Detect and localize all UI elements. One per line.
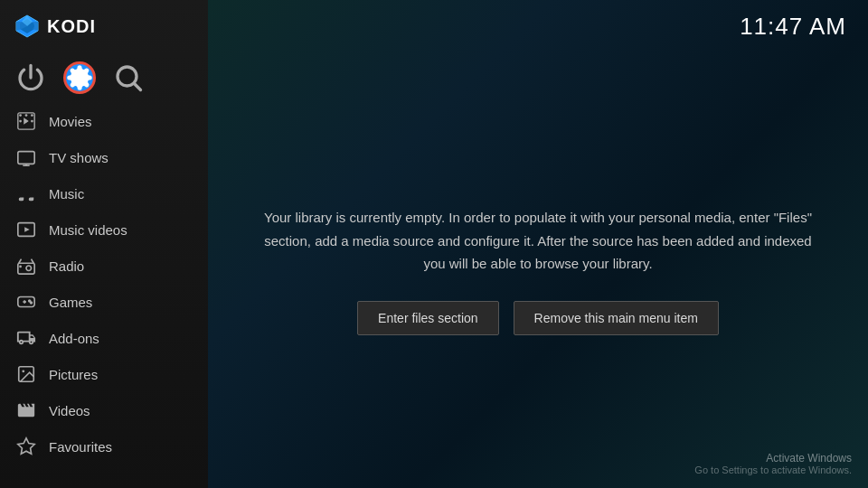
- kodi-logo-icon: [14, 14, 40, 39]
- nav-label-pictures: Pictures: [49, 367, 98, 382]
- nav-label-radio: Radio: [49, 258, 84, 274]
- nav-label-tv-shows: TV shows: [49, 150, 108, 165]
- content-area: Your library is currently empty. In orde…: [208, 53, 868, 488]
- sidebar: KODI: [0, 0, 208, 488]
- nav-label-games: Games: [49, 295, 92, 310]
- radio-icon: [16, 256, 36, 276]
- music-icon: [16, 183, 36, 203]
- music-videos-icon: [16, 220, 36, 239]
- nav-item-pictures[interactable]: Pictures: [0, 356, 208, 392]
- nav-item-movies[interactable]: Movies: [0, 103, 208, 139]
- activate-windows-title: Activate Windows: [694, 452, 852, 465]
- svg-line-6: [135, 84, 141, 90]
- library-message: Your library is currently empty. In orde…: [262, 206, 814, 276]
- nav-item-videos[interactable]: Videos: [0, 392, 208, 428]
- nav-item-favourites[interactable]: Favourites: [0, 428, 208, 465]
- svg-point-9: [31, 114, 33, 117]
- activate-windows-notice: Activate Windows Go to Settings to activ…: [694, 452, 852, 475]
- svg-marker-29: [18, 438, 34, 454]
- favourites-icon: [16, 436, 36, 456]
- tv-icon: [16, 147, 36, 167]
- main-content: 11:47 AM Your library is currently empty…: [208, 0, 868, 488]
- kodi-logo: KODI: [14, 14, 96, 39]
- nav-label-music: Music: [49, 186, 84, 202]
- search-button[interactable]: [112, 61, 145, 94]
- sidebar-header: KODI: [0, 0, 208, 52]
- svg-point-26: [31, 302, 33, 304]
- svg-marker-18: [24, 227, 30, 232]
- nav-item-radio[interactable]: Radio: [0, 248, 208, 284]
- nav-menu: Movies TV shows Music: [0, 103, 208, 488]
- nav-item-games[interactable]: Games: [0, 284, 208, 320]
- nav-item-tv-shows[interactable]: TV shows: [0, 139, 208, 175]
- enter-files-button[interactable]: Enter files section: [357, 301, 499, 335]
- svg-point-20: [26, 266, 32, 271]
- nav-item-music-videos[interactable]: Music videos: [0, 211, 208, 248]
- nav-item-music[interactable]: Music: [0, 175, 208, 211]
- svg-point-12: [31, 120, 33, 123]
- nav-item-add-ons[interactable]: Add-ons: [0, 320, 208, 356]
- svg-point-8: [25, 114, 28, 117]
- nav-label-music-videos: Music videos: [49, 222, 127, 238]
- top-bar: 11:47 AM: [208, 0, 868, 53]
- svg-point-28: [22, 370, 24, 372]
- settings-button[interactable]: [63, 61, 96, 94]
- addons-icon: [16, 328, 36, 348]
- svg-rect-14: [18, 152, 34, 164]
- pictures-icon: [16, 364, 36, 384]
- sidebar-icon-row: [0, 52, 208, 103]
- games-icon: [16, 292, 36, 312]
- action-buttons: Enter files section Remove this main men…: [357, 301, 719, 335]
- movies-icon: [16, 111, 36, 131]
- svg-point-7: [19, 114, 22, 117]
- nav-label-videos: Videos: [49, 403, 90, 418]
- app-title: KODI: [47, 16, 96, 37]
- svg-point-10: [19, 120, 22, 123]
- activate-windows-sub: Go to Settings to activate Windows.: [694, 465, 852, 475]
- power-button[interactable]: [14, 61, 47, 94]
- nav-label-add-ons: Add-ons: [49, 331, 99, 346]
- nav-label-favourites: Favourites: [49, 439, 112, 455]
- videos-icon: [16, 400, 36, 420]
- nav-label-movies: Movies: [49, 114, 92, 129]
- clock: 11:47 AM: [740, 13, 846, 41]
- remove-menu-item-button[interactable]: Remove this main menu item: [514, 301, 719, 335]
